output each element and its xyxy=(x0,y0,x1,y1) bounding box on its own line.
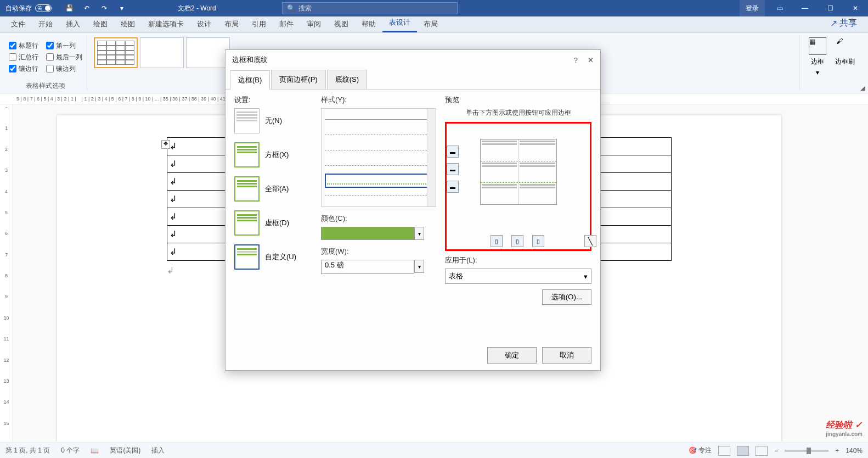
tab-table-design[interactable]: 表设计 xyxy=(382,14,417,32)
tab-layout2[interactable]: 布局 xyxy=(417,16,444,32)
table-move-handle[interactable]: ✥ xyxy=(161,140,170,149)
dialog-tab-borders[interactable]: 边框(B) xyxy=(230,70,270,90)
zoom-in-icon[interactable]: + xyxy=(835,447,839,455)
border-painter-button[interactable]: 🖌 边框刷 xyxy=(831,35,859,79)
borders-icon: ▦ xyxy=(809,37,826,55)
chk-banded-rows[interactable]: 镶边行 xyxy=(9,64,38,74)
borders-shading-dialog: 边框和底纹 ? ✕ 边框(B) 页面边框(P) 底纹(S) 设置: 无(N) 方… xyxy=(225,49,601,371)
share-button[interactable]: ↗ 共享 xyxy=(824,14,864,32)
view-web-icon[interactable] xyxy=(756,446,768,456)
tab-insert[interactable]: 插入 xyxy=(59,16,87,32)
preview-hint: 单击下方图示或使用按钮可应用边框 xyxy=(445,108,591,118)
chk-total-row[interactable]: 汇总行 xyxy=(9,53,38,62)
style-thumb-3[interactable] xyxy=(186,37,230,68)
style-thumb-1[interactable] xyxy=(94,37,138,68)
width-dropdown[interactable]: ▾ xyxy=(414,260,424,273)
redo-icon[interactable]: ↷ xyxy=(98,2,111,15)
login-button[interactable]: 登录 xyxy=(740,0,765,16)
undo-icon[interactable]: ↶ xyxy=(80,2,93,15)
color-dropdown[interactable]: ▾ xyxy=(414,227,424,240)
color-swatch[interactable] xyxy=(321,227,414,240)
page-status[interactable]: 第 1 页, 共 1 页 xyxy=(5,446,50,455)
zoom-out-icon[interactable]: − xyxy=(774,447,778,455)
setting-box[interactable]: 方框(X) xyxy=(234,142,317,167)
border-mid-v-btn[interactable]: ▯ xyxy=(511,235,523,247)
settings-label: 设置: xyxy=(234,95,317,105)
ok-button[interactable]: 确定 xyxy=(487,347,537,364)
ribbon-options-icon[interactable]: ▭ xyxy=(767,0,792,16)
cancel-button[interactable]: 取消 xyxy=(542,347,591,364)
chk-header-row[interactable]: 标题行 xyxy=(9,41,38,51)
toggle-state: 关 xyxy=(37,5,42,12)
border-bottom-btn[interactable]: ▬ xyxy=(447,181,459,193)
apply-to-select[interactable]: 表格▾ xyxy=(445,269,591,284)
dialog-title: 边框和底纹 xyxy=(232,55,268,65)
borders-button[interactable]: ▦ 边框 ▾ xyxy=(804,35,831,79)
border-top-btn[interactable]: ▬ xyxy=(447,146,459,158)
status-bar: 第 1 页, 共 1 页 0 个字 📖 英语(美国) 插入 🎯 专注 − + 1… xyxy=(0,443,868,458)
tab-home[interactable]: 开始 xyxy=(32,16,59,32)
apply-label: 应用于(L): xyxy=(445,255,591,265)
zoom-level[interactable]: 140% xyxy=(846,447,863,455)
language-status[interactable]: 英语(美国) xyxy=(110,446,140,455)
dialog-launcher-icon[interactable]: ◢ xyxy=(860,85,865,92)
chk-first-column[interactable]: 第一列 xyxy=(46,41,76,51)
qat-dropdown-icon[interactable]: ▾ xyxy=(115,2,128,15)
insert-mode[interactable]: 插入 xyxy=(151,446,165,455)
border-mid-h-btn[interactable]: ▬ xyxy=(447,163,459,175)
tab-mailings[interactable]: 邮件 xyxy=(273,16,300,32)
search-box[interactable]: 🔍 搜索 xyxy=(282,2,458,14)
setting-all[interactable]: 全部(A) xyxy=(234,176,317,202)
view-read-icon[interactable] xyxy=(718,446,730,456)
chevron-down-icon: ▾ xyxy=(816,69,819,76)
tab-references[interactable]: 引用 xyxy=(245,16,273,32)
dialog-tab-shading[interactable]: 底纹(S) xyxy=(327,70,367,89)
autosave-label: 自动保存 xyxy=(5,4,32,13)
preview-box: ▬ ▬ ▬ ▯ ▯ ▯ ╲ xyxy=(445,122,591,251)
search-icon: 🔍 xyxy=(287,4,295,12)
dialog-tab-page-border[interactable]: 页面边框(P) xyxy=(271,70,325,89)
preview-grid[interactable] xyxy=(480,139,557,205)
tab-draw2[interactable]: 绘图 xyxy=(114,16,142,32)
tab-review[interactable]: 审阅 xyxy=(300,16,328,32)
word-count[interactable]: 0 个字 xyxy=(61,446,80,455)
autosave-toggle[interactable]: 关 xyxy=(35,4,52,12)
border-left-btn[interactable]: ▯ xyxy=(491,235,503,247)
border-painter-icon: 🖌 xyxy=(836,37,854,55)
dialog-close-icon[interactable]: ✕ xyxy=(588,56,594,64)
view-print-icon[interactable] xyxy=(737,446,749,456)
group-table-style-options: 表格样式选项 xyxy=(9,79,82,91)
dialog-help-icon[interactable]: ? xyxy=(574,56,578,64)
minimize-icon[interactable]: — xyxy=(792,0,818,16)
spell-check-icon[interactable]: 📖 xyxy=(91,447,99,455)
tab-newtab[interactable]: 新建选项卡 xyxy=(142,16,190,32)
tab-view[interactable]: 视图 xyxy=(328,16,355,32)
border-right-btn[interactable]: ▯ xyxy=(532,235,544,247)
tab-help[interactable]: 帮助 xyxy=(355,16,382,32)
options-button[interactable]: 选项(O)... xyxy=(542,289,591,305)
ribbon-tabs: 文件 开始 插入 绘图 绘图 新建选项卡 设计 布局 引用 邮件 审阅 视图 帮… xyxy=(0,16,868,33)
setting-grid[interactable]: 虚框(D) xyxy=(234,210,317,236)
vertical-ruler: -123456789101112131415 xyxy=(0,104,13,442)
tab-draw[interactable]: 绘图 xyxy=(87,16,114,32)
tab-design[interactable]: 设计 xyxy=(190,16,218,32)
save-icon[interactable]: 💾 xyxy=(63,2,76,15)
zoom-slider[interactable] xyxy=(785,450,828,452)
tab-file[interactable]: 文件 xyxy=(4,16,32,32)
chk-banded-cols[interactable]: 镶边列 xyxy=(46,64,76,74)
search-placeholder: 搜索 xyxy=(298,4,312,13)
document-title: 文档2 - Word xyxy=(178,4,216,13)
style-thumb-2[interactable] xyxy=(140,37,184,68)
style-scrollbar[interactable] xyxy=(427,109,436,206)
chk-last-column[interactable]: 最后一列 xyxy=(46,53,82,62)
setting-custom[interactable]: 自定义(U) xyxy=(234,244,317,270)
border-diag-btn[interactable]: ╲ xyxy=(584,235,596,247)
watermark: 经验啦 ✓ jingyanla.com xyxy=(826,420,863,437)
focus-mode[interactable]: 🎯 专注 xyxy=(689,446,712,455)
tab-layout[interactable]: 布局 xyxy=(218,16,245,32)
style-list[interactable] xyxy=(321,108,436,207)
color-label: 颜色(C): xyxy=(321,214,436,224)
width-input[interactable]: 0.5 磅 xyxy=(321,260,414,274)
setting-none[interactable]: 无(N) xyxy=(234,108,317,133)
share-label: 共享 xyxy=(839,18,857,29)
